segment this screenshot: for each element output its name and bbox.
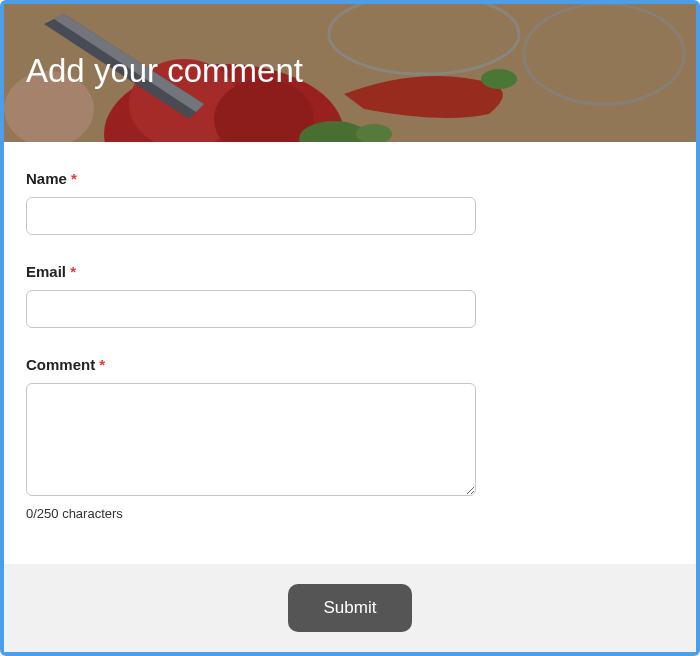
email-input[interactable] — [26, 290, 476, 328]
comment-field-group: Comment * 0/250 characters — [26, 356, 674, 521]
required-mark: * — [70, 263, 76, 280]
name-field-group: Name * — [26, 170, 674, 235]
required-mark: * — [71, 170, 77, 187]
name-label: Name * — [26, 170, 674, 187]
comment-label-text: Comment — [26, 356, 95, 373]
required-mark: * — [99, 356, 105, 373]
form-title: Add your comment — [26, 52, 303, 90]
submit-button[interactable]: Submit — [288, 584, 413, 632]
comment-label: Comment * — [26, 356, 674, 373]
form-header: Add your comment — [4, 4, 696, 142]
email-label: Email * — [26, 263, 674, 280]
email-label-text: Email — [26, 263, 66, 280]
form-container: Add your comment Name * Email * Comment … — [0, 0, 700, 656]
name-label-text: Name — [26, 170, 67, 187]
form-footer: Submit — [4, 564, 696, 652]
form-body: Name * Email * Comment * 0/250 character… — [4, 142, 696, 564]
comment-textarea[interactable] — [26, 383, 476, 496]
name-input[interactable] — [26, 197, 476, 235]
character-counter: 0/250 characters — [26, 506, 674, 521]
email-field-group: Email * — [26, 263, 674, 328]
